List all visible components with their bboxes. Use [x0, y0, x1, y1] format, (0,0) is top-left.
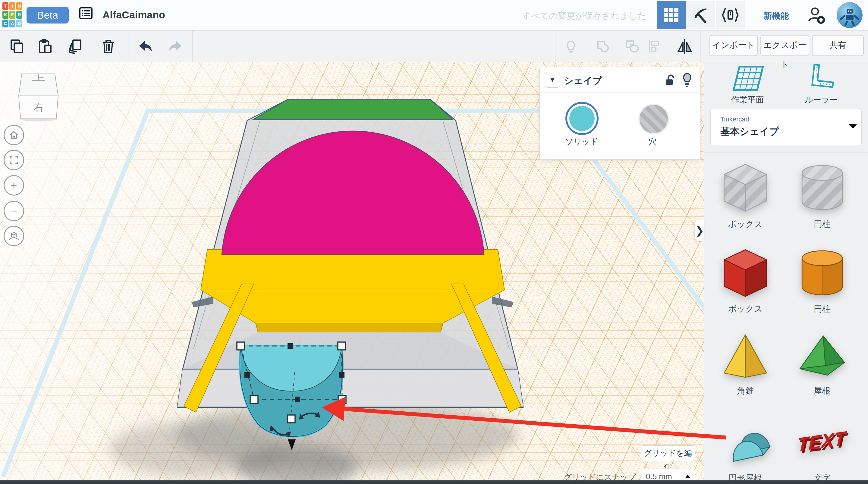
ungroup-button[interactable] — [624, 38, 640, 54]
hole-label: 穴 — [622, 136, 683, 147]
beta-badge[interactable]: Beta — [27, 7, 69, 24]
ruler-icon[interactable] — [806, 64, 836, 94]
export-button[interactable]: エクスポート — [761, 35, 809, 56]
shape-pyramid[interactable] — [719, 331, 772, 384]
divider — [701, 31, 701, 62]
shape-label: ボックス — [709, 218, 781, 230]
undo-button[interactable] — [137, 38, 153, 54]
cube-front-label[interactable]: 右 — [34, 102, 43, 113]
redo-button[interactable] — [167, 38, 183, 54]
bricks-mode-button[interactable] — [686, 1, 715, 29]
header-bar: TIN KER CAD Beta AlfaCaimano すべての変更が保存され… — [0, 0, 868, 31]
workplane-icon[interactable] — [731, 65, 764, 94]
code-braces-icon — [721, 6, 739, 24]
fit-view-button[interactable] — [4, 150, 24, 170]
tinkercad-editor: TIN KER CAD Beta AlfaCaimano すべての変更が保存され… — [0, 0, 868, 484]
library-kicker: Tinkercad — [720, 115, 749, 123]
bottom-hint-strip — [0, 480, 868, 484]
cube-top-label[interactable]: 上 — [32, 74, 45, 82]
zoom-in-button[interactable]: + — [4, 175, 24, 195]
blocks-editor-button[interactable] — [657, 1, 686, 29]
shape-round-roof[interactable] — [719, 415, 772, 468]
divider — [704, 104, 868, 104]
shape-label: 角錐 — [709, 385, 781, 397]
collapse-panel-button[interactable]: ▼ — [545, 72, 560, 88]
divider — [555, 31, 555, 62]
codeblocks-button[interactable] — [716, 1, 745, 29]
unlock-icon[interactable] — [664, 73, 676, 87]
view-cube[interactable]: 上 右 — [15, 71, 63, 122]
duplicate-button[interactable] — [67, 38, 83, 54]
divider — [192, 31, 193, 62]
solid-swatch — [569, 106, 595, 131]
snap-grid-value: 0.5 mm — [646, 472, 672, 481]
design-menu-icon[interactable] — [79, 7, 93, 20]
tinkercad-logo[interactable]: TIN KER CAD — [2, 2, 23, 29]
copy-button[interactable] — [9, 38, 25, 54]
shape-library-sidebar: 作業平面 ルーラー Tinkercad 基本シェイプ — [704, 62, 868, 484]
chevron-up-icon — [685, 475, 690, 478]
shape-label: ボックス — [709, 303, 781, 314]
design-title[interactable]: AlfaCaimano — [102, 9, 165, 21]
grid-icon — [663, 7, 679, 23]
solid-label: ソリッド — [552, 136, 612, 147]
library-title: 基本シェイプ — [720, 125, 779, 138]
shape-box[interactable] — [719, 246, 772, 300]
delete-button[interactable] — [100, 38, 116, 54]
shape-text[interactable]: TEXT TEXT — [796, 415, 849, 468]
workplane-label: 作業平面 — [711, 94, 784, 105]
ruler-label: ルーラー — [785, 94, 858, 105]
zoom-out-button[interactable]: − — [4, 201, 24, 221]
add-user-icon[interactable] — [807, 5, 826, 25]
light-toggle-button[interactable] — [563, 38, 579, 54]
edit-grid-button[interactable]: グリッドを編集 — [641, 446, 695, 461]
hole-mode-button[interactable] — [638, 104, 669, 134]
inspector-title: シェイプ — [564, 74, 602, 87]
shape-roof[interactable] — [796, 331, 849, 384]
solid-mode-button[interactable] — [565, 102, 598, 135]
shape-label: 円柱 — [786, 303, 858, 314]
shape-hole-cylinder[interactable] — [796, 161, 849, 214]
save-status: すべての変更が保存されました — [522, 10, 647, 22]
shape-label: 屋根 — [786, 385, 858, 397]
chevron-down-icon — [849, 124, 857, 129]
shape-label: 円柱 — [786, 218, 858, 230]
share-button[interactable]: 共有 — [812, 35, 864, 56]
sidebar-collapse-button[interactable]: ❯ — [695, 220, 704, 241]
whats-new-link[interactable]: 新機能 — [758, 10, 794, 22]
avatar[interactable] — [837, 2, 863, 28]
shape-cylinder[interactable] — [796, 246, 849, 300]
pickaxe-icon — [692, 6, 710, 24]
perspective-toggle-button[interactable] — [4, 226, 24, 246]
import-button[interactable]: インポート — [710, 35, 758, 56]
paste-button[interactable] — [37, 38, 53, 54]
inspector-header: ▼ シェイプ — [540, 67, 700, 93]
align-button[interactable] — [647, 38, 662, 54]
toolbar: インポート エクスポート 共有 — [0, 31, 868, 62]
home-view-button[interactable] — [4, 125, 24, 145]
shape-hole-box[interactable] — [719, 161, 772, 214]
library-selector[interactable]: Tinkercad 基本シェイプ — [710, 109, 862, 146]
group-button[interactable] — [595, 38, 611, 54]
mirror-button[interactable] — [677, 38, 692, 54]
lightbulb-icon[interactable] — [681, 72, 693, 87]
divider — [128, 31, 128, 62]
